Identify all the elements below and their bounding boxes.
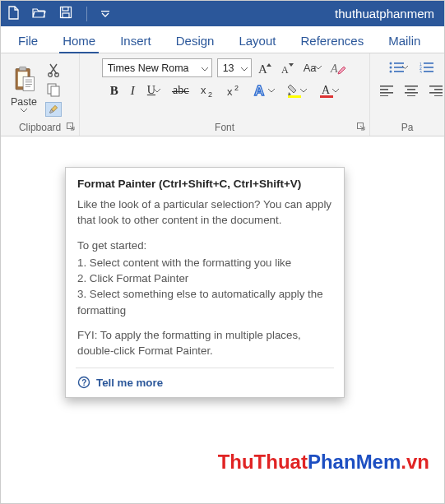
- grow-font-button[interactable]: A: [257, 59, 275, 77]
- tooltip-description: Like the look of a particular selection?…: [77, 197, 332, 229]
- underline-button[interactable]: U: [146, 81, 162, 99]
- superscript-icon: x2: [227, 84, 241, 97]
- svg-text:A: A: [258, 62, 267, 76]
- bullets-button[interactable]: [387, 58, 410, 76]
- shrink-font-button[interactable]: A: [280, 59, 297, 77]
- svg-rect-49: [429, 86, 443, 87]
- svg-rect-41: [380, 86, 393, 87]
- font-color-button[interactable]: A: [318, 81, 341, 99]
- svg-text:3: 3: [420, 70, 422, 73]
- svg-rect-25: [288, 95, 301, 98]
- word-window: thuthuatphanmem File Home Insert Design …: [0, 0, 445, 504]
- clear-formatting-button[interactable]: A: [328, 59, 348, 77]
- shrink-font-icon: A: [281, 61, 295, 76]
- bold-button[interactable]: B: [109, 81, 120, 99]
- svg-rect-27: [320, 95, 333, 98]
- tab-layout[interactable]: Layout: [232, 29, 282, 53]
- svg-text:?: ?: [81, 378, 86, 387]
- italic-button[interactable]: I: [129, 81, 137, 99]
- ribbon-tabs: File Home Insert Design Layout Reference…: [1, 26, 444, 53]
- svg-point-33: [389, 71, 392, 73]
- strikethrough-button[interactable]: abc: [171, 81, 190, 99]
- chevron-down-icon: [332, 89, 339, 93]
- svg-rect-30: [394, 62, 404, 64]
- quick-access-toolbar: [7, 6, 109, 22]
- chevron-down-icon: [239, 62, 249, 74]
- tab-references[interactable]: References: [294, 29, 370, 53]
- numbering-icon: 123: [420, 62, 434, 73]
- numbering-button[interactable]: 123: [418, 58, 436, 76]
- svg-rect-51: [429, 92, 443, 94]
- svg-text:2: 2: [208, 90, 212, 97]
- chevron-down-icon: [300, 89, 307, 93]
- copy-icon: [46, 82, 61, 97]
- paragraph-group-label: Pa: [370, 121, 444, 136]
- watermark: ThuThuatPhanMem.vn: [218, 451, 429, 474]
- svg-rect-48: [407, 95, 415, 96]
- font-dialog-launcher[interactable]: [357, 121, 365, 134]
- copy-button[interactable]: [45, 82, 62, 97]
- clipboard-dialog-launcher[interactable]: [67, 121, 75, 134]
- customize-qat-icon[interactable]: [101, 7, 109, 20]
- svg-rect-38: [424, 67, 433, 68]
- subscript-button[interactable]: x2: [199, 81, 216, 99]
- tab-insert[interactable]: Insert: [114, 29, 158, 53]
- svg-text:x: x: [227, 86, 233, 97]
- chevron-down-icon: [402, 66, 408, 70]
- highlight-color-button[interactable]: [285, 81, 308, 99]
- chevron-down-icon: [268, 89, 275, 93]
- svg-rect-44: [380, 95, 388, 96]
- svg-rect-40: [424, 71, 433, 72]
- svg-text:A: A: [254, 83, 264, 98]
- align-center-button[interactable]: [403, 81, 420, 99]
- tooltip-step-1: 1. Select content with the formatting yo…: [77, 255, 332, 270]
- svg-text:A: A: [330, 62, 338, 75]
- svg-rect-42: [380, 89, 388, 90]
- tab-home[interactable]: Home: [56, 29, 102, 53]
- change-case-button[interactable]: Aa: [302, 59, 323, 77]
- svg-text:2: 2: [234, 84, 239, 92]
- align-center-icon: [405, 86, 418, 96]
- text-effects-button[interactable]: A: [252, 81, 276, 99]
- tab-file[interactable]: File: [12, 29, 44, 53]
- save-icon[interactable]: [59, 6, 72, 21]
- document-title: thuthuatphanmem: [335, 7, 438, 21]
- svg-rect-45: [405, 86, 418, 87]
- svg-point-29: [389, 62, 392, 65]
- qat-separator: [86, 7, 87, 21]
- font-size-combo[interactable]: 13: [217, 58, 252, 77]
- group-paragraph: 123 Pa: [370, 53, 444, 136]
- format-painter-tooltip: Format Painter (Ctrl+Shift+C, Ctrl+Shift…: [65, 167, 345, 398]
- svg-point-31: [389, 67, 392, 69]
- align-right-button[interactable]: [428, 81, 444, 99]
- tooltip-fyi: FYI: To apply the formatting in multiple…: [77, 327, 332, 359]
- tab-mailings[interactable]: Mailin: [382, 29, 427, 53]
- paste-button[interactable]: Paste: [7, 66, 40, 113]
- svg-rect-52: [434, 95, 443, 96]
- open-file-icon[interactable]: [32, 7, 47, 21]
- text-effects-icon: A: [253, 83, 270, 98]
- svg-rect-1: [63, 7, 68, 12]
- superscript-button[interactable]: x2: [225, 81, 243, 99]
- font-name-combo[interactable]: Times New Roma: [102, 58, 212, 77]
- tab-design[interactable]: Design: [169, 29, 221, 53]
- clear-formatting-icon: A: [330, 61, 346, 76]
- svg-rect-34: [394, 71, 404, 72]
- font-group-label: Font: [80, 121, 369, 136]
- paintbrush-icon: [49, 102, 58, 117]
- svg-rect-43: [380, 92, 393, 94]
- help-icon: ?: [77, 376, 90, 389]
- new-file-icon[interactable]: [7, 6, 20, 22]
- svg-rect-6: [20, 67, 26, 71]
- format-painter-button[interactable]: [45, 102, 62, 117]
- chevron-down-icon: [200, 62, 210, 74]
- clipboard-paste-icon: [12, 66, 36, 95]
- svg-rect-47: [405, 92, 418, 94]
- cut-button[interactable]: [45, 62, 62, 77]
- tell-me-more-link[interactable]: ? Tell me more: [77, 376, 332, 389]
- svg-rect-36: [424, 62, 433, 64]
- tooltip-getstarted-heading: To get started:: [77, 238, 332, 253]
- svg-rect-2: [63, 13, 69, 18]
- svg-text:A: A: [281, 64, 289, 76]
- align-left-button[interactable]: [378, 81, 395, 99]
